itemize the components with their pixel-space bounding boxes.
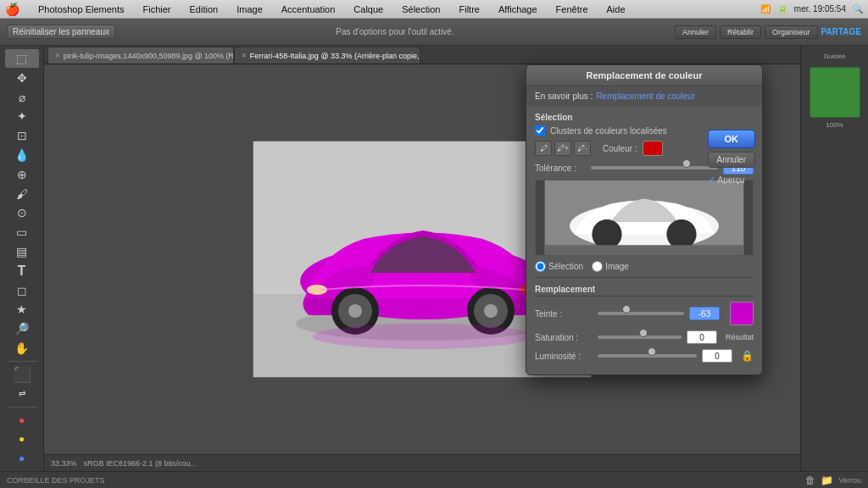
tab-ferrari[interactable]: × Ferrari-458-Italia.jpg @ 33.3% (Arrièr… [234,47,420,64]
share-label: PARTAGE [821,27,861,36]
menu-bar: 🍎 Photoshop Elements Fichier Edition Ima… [0,0,868,19]
time-display: mer. 19:05:54 [794,4,846,14]
teinte-value[interactable]: -63 [689,307,720,320]
tab-close-icon[interactable]: × [55,51,60,60]
menu-filtre[interactable]: Filtre [455,3,482,16]
zoom-tool[interactable]: 🔎 [5,319,39,338]
menu-fenetre[interactable]: Fenêtre [553,3,592,16]
divider [535,277,754,278]
menu-affichage[interactable]: Affichage [495,3,541,16]
color-red-btn[interactable]: ● [5,411,39,430]
battery-icon: 🔋 [777,4,787,14]
cancel-button[interactable]: Annuler [708,152,755,168]
luminosite-value[interactable]: 0 [702,349,732,363]
bottom-tray: CORBEILLE DES PROJETS 🗑 📁 Verrou [0,471,868,488]
text-tool[interactable]: T [5,262,39,280]
svg-point-6 [348,304,362,318]
checkmark-icon: ✓ [708,175,715,186]
hand-tool[interactable]: ✋ [5,339,39,358]
saturation-label: Saturation : [535,333,593,342]
teinte-slider[interactable] [598,308,684,319]
color-blue-btn[interactable]: ● [5,449,39,468]
radio-image[interactable]: Image [592,261,629,272]
lock-icon: 🔒 [741,350,754,362]
verrou-label: Verrou [838,476,861,485]
apple-menu[interactable]: 🍎 [5,3,19,16]
luminosite-slider[interactable] [598,350,697,362]
tab-tulip[interactable]: × pink-tulip-images,1440x900,50989.jpg @… [47,47,234,64]
annuler-btn[interactable]: Annuler [675,25,716,39]
menu-fichier[interactable]: Fichier [140,3,175,16]
menu-calque[interactable]: Calque [350,3,387,16]
tab-bar: × pink-tulip-images,1440x900,50989.jpg @… [44,46,800,64]
help-link[interactable]: Remplacement de couleur [596,92,695,101]
clone-tool[interactable]: ⊙ [5,204,39,223]
luminosite-thumb[interactable] [648,347,656,356]
retablir-btn[interactable]: Rétablir [720,25,761,39]
tab-close-icon-2[interactable]: × [242,51,247,60]
svg-point-9 [484,304,498,318]
radio-group: Sélection Image [535,261,754,272]
menu-edition[interactable]: Edition [186,3,222,16]
radio-selection-input[interactable] [535,261,546,272]
magic-wand-tool[interactable]: ✦ [5,107,39,125]
luminosite-row: Luminosité : 0 🔒 [535,349,754,363]
menu-image[interactable]: Image [233,3,266,16]
selection-tool[interactable]: ⬚ [5,49,39,68]
spot-healing-tool[interactable]: ⊕ [5,165,39,184]
gradient-tool[interactable]: ▤ [5,242,39,261]
ok-button[interactable]: OK [708,130,755,148]
crop-tool[interactable]: ⊡ [5,126,39,145]
trash-icon[interactable]: 🗑 [805,474,815,486]
radio-selection[interactable]: Sélection [535,261,583,272]
menu-selection[interactable]: Sélection [398,3,443,16]
result-swatch[interactable] [730,302,754,325]
star-tool[interactable]: ★ [5,301,39,319]
add-icon[interactable]: 📁 [821,474,833,486]
luminosite-label: Luminosité : [535,352,593,361]
thumbnail-panel[interactable] [810,67,860,118]
menu-photoshop[interactable]: Photoshop Elements [35,3,128,16]
help-prefix: En savoir plus : [535,92,593,101]
eraser-tool[interactable]: ▭ [5,223,39,241]
eyedropper-btn-1[interactable]: 🖍 [535,141,552,156]
tab-tulip-label: pink-tulip-images,1440x900,50989.jpg @ 1… [64,52,234,60]
tolerance-slider[interactable] [591,162,718,174]
toolbar-no-options: Pas d'options pour l'outil activé. [120,27,670,36]
resultat-label: Résultat [726,333,754,341]
tools-panel: ⬚ ✥ ⌀ ✦ ⊡ 💧 ⊕ 🖌 ⊙ ▭ ▤ T ◻ ★ 🔎 ✋ ⬛ ⇄ ● ● … [0,46,44,471]
tolerance-thumb[interactable] [682,159,691,168]
tolerance-track [591,166,718,169]
shape-tool[interactable]: ◻ [5,281,39,300]
eyedropper-btn-3[interactable]: 🖍- [574,141,591,156]
reset-panels-btn[interactable]: Réinitialiser les panneaux [7,25,115,39]
magnifier-icon[interactable]: 🔍 [853,4,863,14]
swap-colors[interactable]: ⇄ [5,385,39,403]
brush-tool[interactable]: 🖌 [5,185,39,203]
lasso-tool[interactable]: ⌀ [5,88,39,107]
organiseur-btn[interactable]: Organiseur [765,25,818,39]
dialog-title: Remplacement de couleur [526,65,762,86]
teinte-thumb[interactable] [622,305,631,313]
foreground-color[interactable]: ⬛ [5,365,39,384]
radio-image-input[interactable] [592,261,603,272]
move-tool[interactable]: ✥ [5,69,39,87]
saturation-track [598,336,682,339]
menu-accentuation[interactable]: Accentuation [278,3,339,16]
menu-aide[interactable]: Aide [604,3,629,16]
clusters-checkbox[interactable] [535,125,545,136]
apercu-label[interactable]: Aperçu [718,175,745,185]
saturation-slider[interactable] [598,331,682,343]
couleur-swatch[interactable] [643,141,663,156]
dialog-buttons: OK Annuler ✓ Aperçu [708,130,755,186]
eyedropper-tool[interactable]: 💧 [5,146,39,164]
eyedropper-btn-2[interactable]: 🖍+ [554,141,571,156]
color-yellow-btn[interactable]: ● [5,430,39,448]
wifi-icon: 📶 [760,4,771,14]
saturation-value[interactable]: 0 [687,330,717,344]
menubar-right: 📶 🔋 mer. 19:05:54 🔍 [760,4,863,14]
saturation-row: Saturation : 0 Résultat [535,330,754,344]
zoom-level: 33.33% [51,459,77,468]
teinte-track [598,312,684,315]
main-area: ⬚ ✥ ⌀ ✦ ⊡ 💧 ⊕ 🖌 ⊙ ▭ ▤ T ◻ ★ 🔎 ✋ ⬛ ⇄ ● ● … [0,46,868,471]
